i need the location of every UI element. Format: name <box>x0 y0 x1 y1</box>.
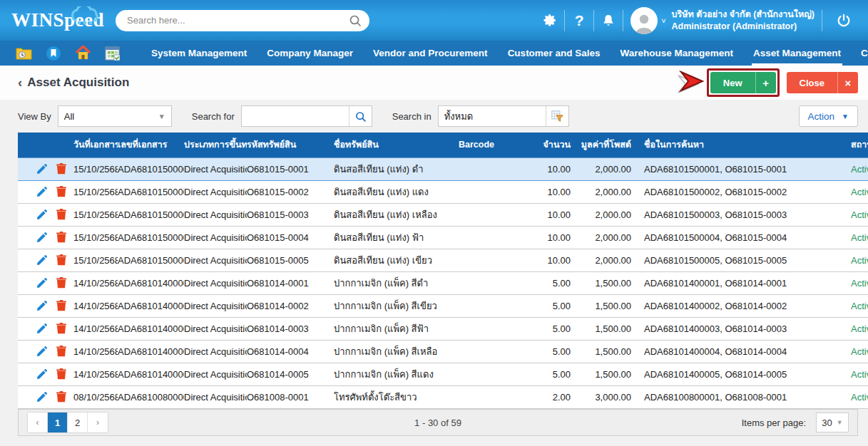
global-search[interactable] <box>116 10 369 31</box>
edit-pencil-icon[interactable] <box>36 346 47 357</box>
delete-trash-icon[interactable] <box>56 368 66 380</box>
cell-doc_no: ADA68101500005 <box>118 249 184 271</box>
global-search-input[interactable] <box>127 15 348 26</box>
nav-item-customer-and-sales[interactable]: Customer and Sales <box>498 41 611 66</box>
delete-trash-icon[interactable] <box>56 323 66 334</box>
edit-pencil-icon[interactable] <box>36 301 47 311</box>
cell-date: 14/10/2568 <box>73 363 118 385</box>
edit-pencil-icon[interactable] <box>36 232 47 243</box>
edit-pencil-icon[interactable] <box>36 323 47 334</box>
help-icon[interactable]: ? <box>565 12 593 29</box>
next-page-button[interactable]: › <box>88 413 108 432</box>
cell-type: Direct Acquisition <box>184 157 247 180</box>
delete-trash-icon[interactable] <box>56 346 66 357</box>
cell-search_name: ADA68100800001, O681008-0001 <box>637 385 844 408</box>
table-row[interactable]: 15/10/2568ADA68101500003Direct Acquisiti… <box>18 203 868 226</box>
column-header[interactable]: วันที่เอกสาร <box>73 133 118 157</box>
edit-pencil-icon[interactable] <box>36 164 47 175</box>
column-header[interactable]: ชื่อทรัพย์สิน <box>334 133 459 157</box>
cell-status: Active <box>844 157 868 180</box>
notifications-bell-icon[interactable] <box>594 13 623 28</box>
prev-page-button[interactable]: ‹ <box>28 413 48 432</box>
cell-qty: 5.00 <box>533 271 576 294</box>
close-x-icon[interactable]: × <box>837 72 858 93</box>
cell-doc_no: ADA68101500001 <box>118 157 184 180</box>
column-header[interactable]: จำนวน <box>533 133 576 157</box>
close-button[interactable]: Close × <box>787 72 858 93</box>
cell-type: Direct Acquisition <box>184 317 247 340</box>
table-row[interactable]: 14/10/2568ADA68101400003Direct Acquisiti… <box>18 317 868 340</box>
winspeed-logo[interactable]: WINSpeed <box>11 9 113 31</box>
cell-asset_code: O681008-0001 <box>247 385 334 408</box>
cell-status: Active <box>844 271 868 294</box>
column-header[interactable]: ประเภทการขึ้นทะเบียน <box>184 133 247 157</box>
nav-item-system-management[interactable]: System Management <box>141 41 257 66</box>
delete-trash-icon[interactable] <box>56 209 66 220</box>
nav-item-company-manager[interactable]: Company Manager <box>257 41 363 66</box>
edit-pencil-icon[interactable] <box>36 187 47 197</box>
search-in-input[interactable] <box>439 106 546 126</box>
nav-item-vendor-and-procurement[interactable]: Vendor and Procurement <box>363 41 498 66</box>
table-row[interactable]: 08/10/2568ADA68100800001Direct Acquisiti… <box>18 385 868 408</box>
user-menu[interactable]: ˅ บริษัท ตัวอย่าง จำกัด (สำนักงานใหญ่) A… <box>630 7 815 34</box>
recent-folder-icon[interactable] <box>16 46 32 61</box>
settings-gear-icon[interactable] <box>536 13 564 28</box>
cell-date: 14/10/2568 <box>73 271 118 294</box>
delete-trash-icon[interactable] <box>56 254 66 266</box>
new-button[interactable]: New + <box>710 72 776 93</box>
table-row[interactable]: 14/10/2568ADA68101400005Direct Acquisiti… <box>18 363 868 385</box>
calendar-icon[interactable] <box>105 46 120 61</box>
page-button-1[interactable]: 1 <box>48 413 68 432</box>
action-dropdown-button[interactable]: Action ▼ <box>799 105 858 127</box>
cell-value: 1,500.00 <box>576 317 637 340</box>
edit-pencil-icon[interactable] <box>36 255 47 266</box>
search-for-input[interactable] <box>242 106 349 126</box>
delete-trash-icon[interactable] <box>56 186 66 197</box>
cell-value: 1,500.00 <box>576 363 637 385</box>
table-row[interactable]: 14/10/2568ADA68101400004Direct Acquisiti… <box>18 340 868 363</box>
bookmark-icon[interactable] <box>46 46 61 61</box>
delete-trash-icon[interactable] <box>56 163 66 175</box>
edit-pencil-icon[interactable] <box>36 278 47 289</box>
edit-pencil-icon[interactable] <box>36 369 47 380</box>
table-row[interactable]: 14/10/2568ADA68101400002Direct Acquisiti… <box>18 294 868 317</box>
column-header[interactable]: สถานะ <box>844 133 868 157</box>
title-bar: ‹ Asset Acquisition New + Close × <box>0 66 868 100</box>
plus-icon[interactable]: + <box>755 72 776 93</box>
filter-funnel-icon[interactable] <box>546 106 568 126</box>
delete-trash-icon[interactable] <box>56 232 66 243</box>
cloud-icon <box>67 6 104 25</box>
edit-pencil-icon[interactable] <box>36 209 47 220</box>
column-header[interactable]: มูลค่าที่โพสต์ <box>576 133 637 157</box>
delete-trash-icon[interactable] <box>56 300 66 311</box>
table-row[interactable]: 15/10/2568ADA68101500001Direct Acquisiti… <box>18 157 868 180</box>
page-button-2[interactable]: 2 <box>68 413 88 432</box>
column-header[interactable]: เลขที่เอกสาร <box>118 133 184 157</box>
table-row[interactable]: 14/10/2568ADA68101400001Direct Acquisiti… <box>18 271 868 294</box>
main-menu: System ManagementCompany ManagerVendor a… <box>141 41 868 66</box>
cell-doc_no: ADA68101400005 <box>118 363 184 385</box>
asset-table-wrap: วันที่เอกสารเลขที่เอกสารประเภทการขึ้นทะเ… <box>18 133 868 409</box>
table-row[interactable]: 15/10/2568ADA68101500005Direct Acquisiti… <box>18 249 868 271</box>
search-icon[interactable] <box>348 14 362 28</box>
items-per-page-select[interactable]: 30 ▼ <box>816 413 849 432</box>
cell-type: Direct Acquisition <box>184 340 247 363</box>
delete-trash-icon[interactable] <box>56 277 66 289</box>
view-by-select[interactable]: All ▼ <box>58 105 172 127</box>
edit-pencil-icon[interactable] <box>36 392 47 403</box>
logout-power-icon[interactable] <box>829 13 858 28</box>
nav-item-warehouse-management[interactable]: Warehouse Management <box>610 41 743 66</box>
column-header[interactable]: Barcode <box>459 133 533 157</box>
table-footer: ‹ 1 2 › 1 - 30 of 59 Items per page: 30 … <box>18 409 858 436</box>
cell-search_name: ADA68101500002, O681015-0002 <box>637 180 844 203</box>
table-row[interactable]: 15/10/2568ADA68101500002Direct Acquisiti… <box>18 180 868 203</box>
home-icon[interactable] <box>75 46 91 61</box>
table-row[interactable]: 15/10/2568ADA68101500004Direct Acquisiti… <box>18 226 868 249</box>
back-chevron-icon[interactable]: ‹ <box>18 75 22 90</box>
delete-trash-icon[interactable] <box>56 391 66 403</box>
column-header[interactable]: รหัสทรัพย์สิน <box>247 133 334 157</box>
search-submit-icon[interactable] <box>349 106 372 126</box>
nav-item-asset-management[interactable]: Asset Management <box>743 41 851 66</box>
nav-item-cash-management[interactable]: Cash Management <box>851 41 868 66</box>
column-header[interactable]: ชื่อในการค้นหา <box>637 133 844 157</box>
